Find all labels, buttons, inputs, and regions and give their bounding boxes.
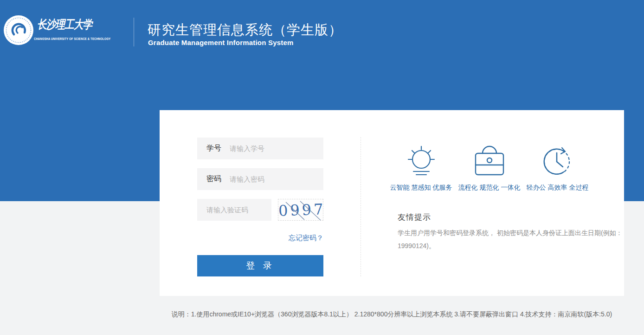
briefcase-icon — [473, 145, 506, 177]
system-subtitle: Graduate Management Information System — [148, 39, 294, 46]
forgot-password-link[interactable]: 忘记密码？ — [289, 234, 323, 243]
login-card: 学号 密码 0997 忘记密码？ 登 录 — [160, 110, 624, 296]
captcha-field — [197, 199, 271, 221]
password-label: 密码 — [206, 174, 221, 184]
tips-line-1: 学生用户用学号和密码登录系统， 初始密码是本人身份证上面出生日期(例如： — [398, 226, 620, 239]
captcha-noise-lines — [278, 199, 323, 221]
student-id-field: 学号 — [197, 138, 323, 159]
footer-note: 说明：1.使用chrome或IE10+浏览器（360浏览器版本8.1以上） 2.… — [160, 310, 624, 319]
system-title: 研究生管理信息系统（学生版） — [148, 21, 342, 39]
feature-process: 流程化 规范化 一体化 — [455, 145, 523, 192]
feature-efficiency: 轻办公 高效率 全过程 — [523, 145, 592, 192]
clock-icon — [541, 145, 574, 177]
password-field: 密码 — [197, 168, 323, 190]
tips-title: 友情提示 — [398, 212, 431, 223]
login-button[interactable]: 登 录 — [197, 255, 323, 276]
student-id-label: 学号 — [206, 144, 221, 153]
password-input[interactable] — [230, 175, 323, 183]
captcha-image[interactable]: 0997 — [278, 199, 323, 221]
lightbulb-icon — [405, 145, 438, 177]
feature-list: 云智能 慧感知 优服务 流程化 规范化 一体化 — [387, 145, 592, 192]
vertical-dashed-divider — [361, 137, 361, 276]
tips-text: 学生用户用学号和密码登录系统， 初始密码是本人身份证上面出生日期(例如： 199… — [398, 226, 620, 252]
student-id-input[interactable] — [230, 145, 323, 152]
feature-label: 轻办公 高效率 全过程 — [527, 184, 589, 192]
header-divider — [134, 18, 134, 46]
feature-label: 云智能 慧感知 优服务 — [390, 184, 452, 192]
captcha-input[interactable] — [206, 206, 271, 214]
university-name-en: CHANGSHA UNIVERSITY OF SCIENCE & TECHNOL… — [34, 37, 110, 41]
university-logo — [4, 15, 33, 45]
tips-line-2: 19990124)。 — [398, 239, 620, 252]
feature-cloud: 云智能 慧感知 优服务 — [387, 145, 455, 192]
feature-label: 流程化 规范化 一体化 — [458, 184, 521, 192]
university-name-cn: 长沙理工大学 — [37, 17, 85, 34]
